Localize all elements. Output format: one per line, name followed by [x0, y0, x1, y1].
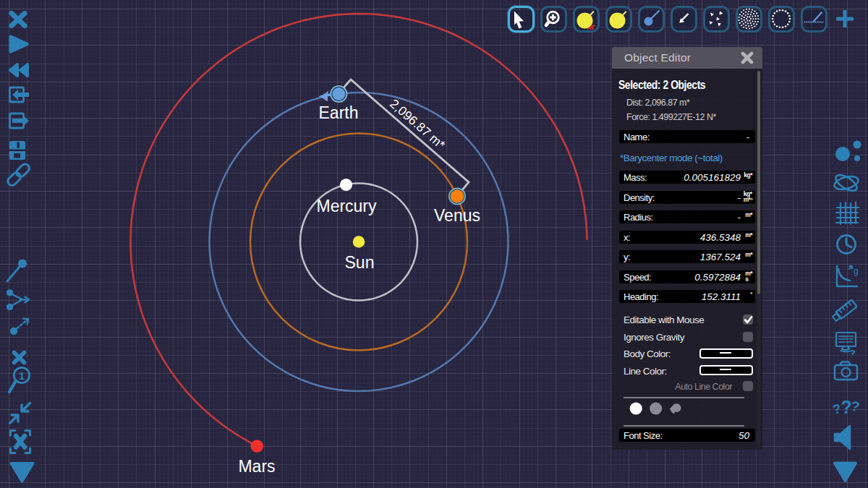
svg-text:Mercury: Mercury — [316, 197, 377, 215]
svg-text:?: ? — [841, 397, 852, 417]
svg-text:Venus: Venus — [434, 206, 480, 225]
svg-text:Sun: Sun — [345, 253, 375, 272]
svg-text:Earth: Earth — [319, 103, 359, 122]
svg-text:1: 1 — [19, 370, 25, 382]
svg-text:Mars: Mars — [238, 457, 275, 476]
svg-text:g: g — [854, 266, 859, 276]
